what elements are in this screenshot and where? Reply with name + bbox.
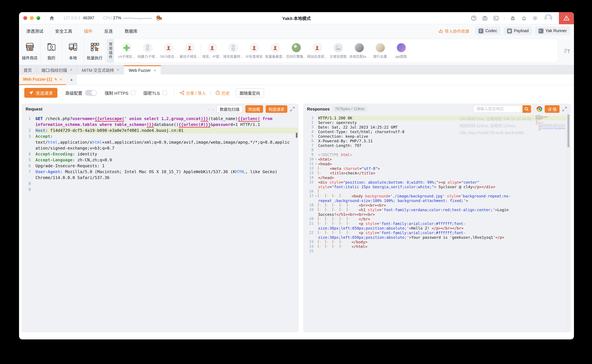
collapse-caret-icon[interactable]: ∨ [313, 162, 318, 166]
gm-tls-checkbox[interactable] [162, 91, 167, 95]
response-line-12[interactable]: 12→ <meta charset="utf-8"> [304, 166, 570, 171]
hot-reload-button[interactable]: 热加载 [245, 105, 263, 113]
response-line-11[interactable]: 11∨<head> [304, 162, 570, 166]
plugin-item-2[interactable]: SEO综合... [158, 43, 179, 59]
response-line-5[interactable]: 5Connection: keep-alive [304, 134, 570, 139]
response-line-16[interactable]: 16 [304, 189, 570, 194]
response-line-25[interactable]: 25 [304, 249, 570, 254]
request-line-7[interactable]: 7User-Agent: Mozilla/5.0 (Macintosh; Int… [22, 169, 298, 181]
response-line-3[interactable]: 3Date: Sat, 22 Jul 2023 14:25:22 GMT [304, 125, 570, 130]
response-line-9[interactable]: 9<!DOCTYPE html> [304, 152, 570, 157]
launcher-2[interactable]: 本地 [62, 37, 84, 65]
request-line-6[interactable]: 6Upgrade-Insecure-Requests: 1 [22, 163, 298, 169]
plugin-item-10[interactable]: 主域名提取 [328, 43, 349, 59]
notification-bell-icon[interactable] [521, 15, 527, 21]
payload-button[interactable]: ▤ Payload [504, 26, 532, 35]
chrome-browser-icon[interactable] [537, 106, 542, 112]
search-input[interactable] [473, 105, 522, 113]
search-icon[interactable] [522, 105, 531, 113]
response-line-10[interactable]: 10∨<html> [304, 157, 570, 162]
maximize-window-icon[interactable]: ◪ [36, 16, 40, 20]
common-plugins-vertical-tab[interactable]: 常用插件 [107, 39, 114, 63]
response-line-7[interactable]: 7Content-Length: 797 [304, 143, 570, 148]
launcher-1[interactable]: 我的 [41, 37, 62, 65]
close-tab-icon[interactable]: × [154, 68, 156, 73]
response-line-18[interactable]: 18→→→→→ <br><br><br> [304, 203, 570, 208]
plugin-item-1[interactable]: 纯暴力子域... [137, 43, 158, 59]
primary-tab-3[interactable]: Web Fuzzer× [124, 65, 161, 74]
primary-tab-1[interactable]: 端口/指纹扫描× [37, 65, 77, 74]
next-page-icon[interactable]: › [212, 106, 214, 111]
menu-item-2[interactable]: 插件 [84, 28, 92, 34]
alert-warning-button[interactable] [559, 12, 574, 24]
packet-scan-button[interactable]: 数据包扫描 [216, 105, 243, 113]
collapse-caret-icon[interactable]: ∨ [313, 194, 318, 198]
response-line-24[interactable]: 24→→→→ </html> [304, 244, 570, 249]
menu-item-0[interactable]: 渗透测试 [26, 28, 43, 34]
response-editor[interactable]: 1HTTP/1.1 200 OK2Server: openresty3Date:… [304, 114, 570, 332]
editor-minimap[interactable]: HTTP/1.1 200 OKServer: openrestyDate: Sa… [536, 115, 565, 155]
close-tab-icon[interactable]: × [70, 68, 72, 72]
prev-page-icon[interactable]: ‹ [208, 106, 210, 111]
request-line-2[interactable]: 2Host: f14d4729-dcf5-4a19-b098-e3a0e7ef4… [22, 128, 298, 133]
response-line-1[interactable]: 1HTTP/1.1 200 OK [304, 116, 570, 120]
plugin-item-6[interactable]: IP反查域名 [244, 43, 265, 59]
plugin-item-9[interactable]: 网站信息获... [307, 43, 328, 59]
build-request-button[interactable]: 构造请求 [266, 105, 287, 113]
plugin-item-12[interactable]: 按行去重 [370, 43, 391, 59]
home-icon[interactable] [45, 12, 58, 24]
plugin-item-11[interactable]: 杀软匹配ta... [349, 43, 370, 59]
response-line-20[interactable]: 20→→→→→ </br> [304, 217, 570, 221]
follow-redirect-button[interactable]: 跟随重定向 [236, 88, 264, 98]
close-tab-icon[interactable]: × [117, 68, 119, 72]
request-line-8[interactable]: 8 [22, 181, 298, 187]
close-tab-icon[interactable]: × [60, 77, 62, 82]
collapse-caret-icon[interactable]: ∨ [313, 157, 318, 162]
menu-item-1[interactable]: 安全工具 [55, 28, 72, 34]
share-import-link[interactable]: 分享 / 导入 [180, 90, 206, 96]
minimize-window-icon[interactable]: − [30, 16, 34, 20]
history-link[interactable]: 历史 [215, 90, 230, 96]
help-icon[interactable] [471, 15, 476, 21]
response-line-19[interactable]: 19→→→→→ <h1 style='font-family:verdana;c… [304, 208, 570, 217]
detail-button[interactable]: 详情 [545, 105, 559, 113]
response-line-17[interactable]: 17∨→→→→ <body background='./image/backgr… [304, 194, 570, 203]
plugin-item-0[interactable]: crt子域名... [116, 43, 137, 59]
plugin-item-5[interactable]: 域名批量转... [223, 43, 244, 59]
codec-button[interactable]: C Codec [475, 26, 500, 35]
import-collab-link[interactable]: 导入协作资源 [438, 28, 469, 34]
fullscreen-icon[interactable] [562, 106, 567, 111]
terminal-icon[interactable] [493, 15, 499, 21]
force-https-checkbox[interactable] [131, 91, 136, 95]
request-line-4[interactable]: 4Accept-Encoding: identity [22, 151, 298, 157]
plugin-item-4[interactable]: 域名、IP提... [202, 43, 223, 59]
send-request-button[interactable]: 发送请求 [24, 88, 57, 98]
response-line-13[interactable]: 13→ <title>check</title> [304, 171, 570, 176]
primary-tab-0[interactable]: 首页 [19, 65, 37, 74]
request-scrollbar-thumb[interactable] [296, 133, 298, 138]
yak-runner-button[interactable]: >_ Yak Runner [535, 26, 570, 35]
plugin-item-3[interactable]: 被动子域名... [179, 43, 200, 59]
close-window-icon[interactable]: × [23, 16, 27, 20]
response-line-15[interactable]: 15<div style="position: absolute;bottom:… [304, 180, 570, 189]
launcher-3[interactable]: 批量执行 [84, 37, 106, 65]
response-line-21[interactable]: 21→→→→→ <p style='font-family:arial;colo… [304, 221, 570, 231]
request-line-3[interactable]: 3Accept: text/html,application/xhtml+xml… [22, 133, 298, 151]
add-tab-button[interactable]: + [66, 74, 77, 85]
rename-tab-pencil-icon[interactable]: ✎ [54, 77, 57, 81]
advanced-config-toggle[interactable] [85, 90, 97, 96]
response-line-6[interactable]: 6X-Powered-By: PHP/7.3.11 [304, 139, 570, 143]
response-line-2[interactable]: 2Server: openresty [304, 120, 570, 125]
response-line-4[interactable]: 4Content-Type: text/html; charset=utf-8 [304, 130, 570, 134]
plugin-item-8[interactable]: 空间引擎集... [286, 43, 307, 59]
plugin-item-7[interactable]: 批量备案查... [265, 43, 286, 59]
tab-web-fuzzer-1[interactable]: Web Fuzzer-[1] ✎ × [19, 74, 66, 85]
screenshot-icon[interactable] [482, 15, 488, 21]
response-line-23[interactable]: 23→→→→ </body> [304, 240, 570, 244]
bug-icon[interactable] [510, 15, 516, 21]
request-line-1[interactable]: 1GET /check.php?username={{urlescape(' u… [22, 116, 298, 128]
request-line-9[interactable]: 9 [22, 187, 298, 193]
response-line-22[interactable]: 22→→→→→ <p style='font-family:arial;colo… [304, 231, 570, 240]
launcher-0[interactable]: 插件商店 [19, 37, 41, 65]
primary-tab-2[interactable]: MITM 交互式劫持× [77, 65, 124, 74]
